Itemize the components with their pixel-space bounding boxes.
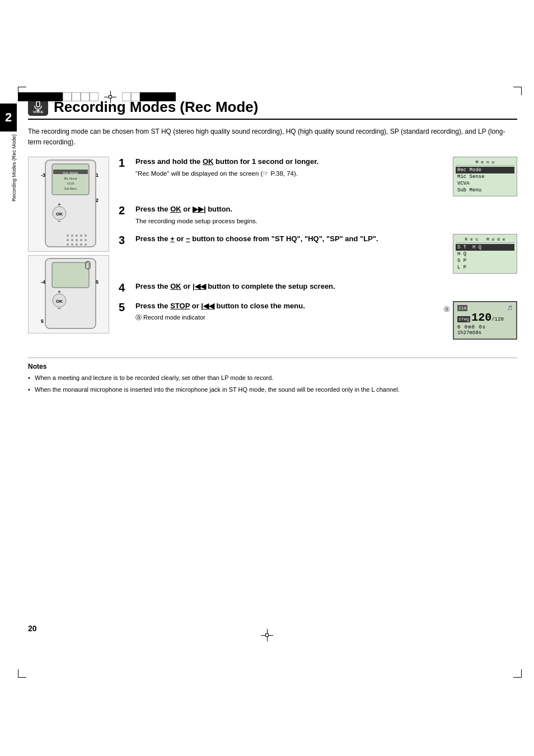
svg-text:-3: -3 — [41, 172, 45, 178]
steps-column: 1 Press and hold the OK button for 1 sec… — [119, 157, 517, 347]
svg-point-26 — [85, 239, 87, 241]
step-5-annotation: ⓐ Record mode indicator — [135, 313, 448, 322]
checker-right — [122, 92, 176, 101]
checker-left — [18, 92, 99, 101]
checker-block — [122, 92, 131, 101]
checker-block — [72, 92, 81, 101]
screen-3: ⓐ 21A 🎵 STHQ 120 /120 0 0 — [453, 301, 517, 340]
screen-1: M e n u Rec Mode Mic Sense VCVA Sub Menu — [453, 157, 517, 196]
header-bar — [18, 91, 522, 103]
checker-block — [27, 92, 36, 101]
screen-3-icon: 🎵 — [507, 306, 513, 311]
step-1-content: Press and hold the OK button for 1 secon… — [135, 157, 517, 196]
screen-3-time1: 0 0m0 0s — [457, 325, 513, 330]
checker-block — [36, 92, 45, 101]
step-2: 2 Press the OK or ▶▶| button. The record… — [119, 204, 517, 226]
svg-text:5: 5 — [96, 279, 99, 285]
svg-point-20 — [80, 234, 82, 237]
screen-2: R e c M o d e S T H Q H Q S P L P — [453, 234, 517, 274]
svg-point-19 — [76, 234, 78, 237]
note-item-1: • When a meeting and lecture is to be re… — [28, 373, 517, 383]
svg-point-25 — [80, 239, 82, 241]
screen-1-item: Sub Menu — [456, 187, 514, 194]
svg-point-18 — [71, 234, 73, 237]
step-2-number: 2 — [119, 205, 133, 216]
checker-block — [140, 92, 149, 101]
screen-3-time2: 1h27m58s — [457, 330, 513, 336]
checker-block — [81, 92, 90, 101]
svg-point-17 — [67, 234, 69, 237]
checker-block — [167, 92, 176, 101]
step-2-content: Press the OK or ▶▶| button. The recordin… — [135, 204, 517, 226]
step-2-desc: The recording mode setup process begins. — [135, 217, 517, 226]
svg-point-29 — [76, 243, 78, 246]
checker-block — [54, 92, 63, 101]
main-content: VOICE Recording Modes (Rec Mode) The rec… — [28, 0, 517, 395]
step-1: 1 Press and hold the OK button for 1 sec… — [119, 157, 517, 196]
screen-3-number: 120 — [471, 312, 491, 323]
step-3: 3 Press the + or − button to choose from… — [119, 234, 517, 274]
footer-crosshair — [261, 629, 273, 641]
screen-3-total: /120 — [491, 317, 504, 322]
screen-2-item: S P — [456, 257, 514, 264]
step-4-title: Press the OK or |◀◀ button to complete t… — [135, 281, 517, 292]
svg-point-30 — [80, 243, 82, 246]
header-crosshair — [104, 91, 116, 103]
device-images: Rec Mode Mic Sense VCVA Sub Menu -3 1 2 … — [28, 157, 112, 334]
notes-section: Notes • When a meeting and lecture is to… — [28, 358, 517, 395]
svg-rect-33 — [52, 262, 89, 288]
page-sidebar: 2 Recording Modes (Rec Mode) — [0, 104, 17, 672]
step-4-number: 4 — [119, 282, 133, 293]
step-5: 5 Press the STOP or |◀◀ button to close … — [119, 301, 517, 340]
corner-mark-br — [513, 669, 522, 678]
svg-text:Sub Menu: Sub Menu — [64, 187, 77, 190]
device-image-2: -4 5 5 OK + − — [28, 255, 109, 334]
sidebar-number-box: 2 — [0, 104, 17, 132]
svg-text:-4: -4 — [41, 279, 45, 285]
screen-1-item: Mic Sense — [456, 173, 514, 180]
screen-2-item: L P — [456, 264, 514, 271]
svg-text:1: 1 — [96, 172, 99, 178]
checker-block — [158, 92, 167, 101]
note-item-2: • When the monaural microphone is insert… — [28, 385, 517, 395]
svg-text:5: 5 — [41, 318, 44, 324]
checker-block — [90, 92, 99, 101]
screen-1-item-selected: Rec Mode — [456, 167, 514, 173]
svg-text:Rec Mode: Rec Mode — [63, 171, 78, 175]
device-svg-1: Rec Mode Mic Sense VCVA Sub Menu -3 1 2 … — [29, 157, 109, 252]
checker-block — [131, 92, 140, 101]
svg-point-28 — [71, 243, 73, 246]
svg-text:−: − — [58, 306, 61, 312]
checker-block — [63, 92, 72, 101]
device-image-1: Rec Mode Mic Sense VCVA Sub Menu -3 1 2 … — [28, 157, 109, 252]
screen-2-item-selected: S T H Q — [456, 244, 514, 251]
notes-title: Notes — [28, 363, 517, 370]
screen-3-mode-badge: 21A — [457, 305, 467, 311]
checker-block — [149, 92, 158, 101]
step-3-title: Press the + or − button to choose from "… — [135, 234, 448, 244]
step-5-title: Press the STOP or |◀◀ button to close th… — [135, 301, 448, 311]
screen-3-sthq: STHQ — [457, 316, 470, 322]
svg-text:Mic Sense: Mic Sense — [64, 177, 77, 180]
page-number: 20 — [28, 624, 37, 633]
svg-point-22 — [67, 239, 69, 241]
step-1-number: 1 — [119, 157, 133, 168]
svg-point-23 — [71, 239, 73, 241]
checker-block — [45, 92, 54, 101]
step-4-content: Press the OK or |◀◀ button to complete t… — [135, 281, 517, 292]
checker-block — [18, 92, 27, 101]
sidebar-label: Recording Modes (Rec Mode) — [0, 134, 17, 201]
step-3-number: 3 — [119, 234, 133, 246]
page-description: The recording mode can be chosen from ST… — [28, 126, 517, 148]
svg-text:−: − — [58, 218, 61, 224]
content-area: Rec Mode Mic Sense VCVA Sub Menu -3 1 2 … — [28, 157, 517, 347]
svg-text:OK: OK — [56, 212, 63, 217]
step-4: 4 Press the OK or |◀◀ button to complete… — [119, 281, 517, 293]
step-3-content: Press the + or − button to choose from "… — [135, 234, 517, 274]
svg-text:OK: OK — [56, 299, 63, 304]
device-svg-2: -4 5 5 OK + − — [29, 256, 109, 334]
step-5-content: Press the STOP or |◀◀ button to close th… — [135, 301, 517, 340]
svg-point-21 — [85, 234, 87, 237]
screen-2-title: R e c M o d e — [456, 237, 514, 243]
step-1-title: Press and hold the OK button for 1 secon… — [135, 157, 448, 167]
